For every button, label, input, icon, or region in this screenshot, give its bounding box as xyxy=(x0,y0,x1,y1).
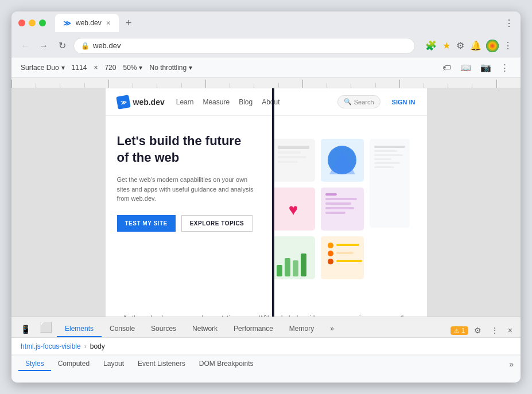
svg-rect-27 xyxy=(285,258,290,276)
active-tab[interactable]: ≫ web.dev × xyxy=(55,14,119,32)
webdev-header: ≫ web.dev Learn Measure Blog About 🔍 Sea… xyxy=(106,88,427,116)
hero-left: Let's build the future of the web Get th… xyxy=(117,133,266,284)
device-toolbar-menu-button[interactable]: ⋮ xyxy=(498,61,511,74)
settings-button[interactable]: ⚙ xyxy=(455,39,465,52)
ruler-mark xyxy=(181,83,205,88)
bookmark-button[interactable]: ★ xyxy=(441,39,452,52)
ruler-mark xyxy=(108,80,133,88)
ruler-mark xyxy=(399,80,424,88)
device-selector[interactable]: Surface Duo ▾ xyxy=(21,64,65,72)
svg-rect-11 xyxy=(374,150,397,152)
hero-subtitle: Get the web's modern capabilities on you… xyxy=(117,175,255,204)
webdev-logo: ≫ web.dev xyxy=(117,96,165,108)
ruler-mark xyxy=(157,83,181,88)
svg-rect-20 xyxy=(325,198,357,200)
tab-more[interactable]: » xyxy=(322,321,342,337)
url-bar[interactable]: 🔒 web.dev xyxy=(73,38,415,54)
tab-close-icon[interactable]: × xyxy=(106,18,111,28)
tab-console[interactable]: Console xyxy=(102,321,143,337)
svg-rect-25 xyxy=(321,236,364,279)
nav-about[interactable]: About xyxy=(262,98,279,106)
avatar[interactable] xyxy=(486,40,499,52)
ruler-mark xyxy=(254,83,278,88)
svg-rect-23 xyxy=(325,212,345,214)
svg-rect-19 xyxy=(325,193,337,196)
breadcrumb-separator: › xyxy=(84,342,87,350)
nav-learn[interactable]: Learn xyxy=(176,98,194,106)
ruler-mark xyxy=(448,83,472,88)
test-my-site-button[interactable]: TEST MY SITE xyxy=(117,215,176,232)
tab-memory[interactable]: Memory xyxy=(281,321,322,337)
zoom-selector[interactable]: 50% ▾ xyxy=(123,64,142,72)
tag-icon-button[interactable]: 🏷 xyxy=(440,61,453,73)
devtools-right-buttons: ⚠ 1 ⚙ ⋮ × xyxy=(451,323,516,337)
close-button[interactable] xyxy=(18,19,25,26)
warning-badge[interactable]: ⚠ 1 xyxy=(451,326,468,335)
ruler-mark xyxy=(302,80,327,88)
svg-rect-6 xyxy=(278,156,306,158)
svg-point-34 xyxy=(328,259,333,264)
ruler-mark xyxy=(133,83,157,88)
breadcrumb-html[interactable]: html.js-focus-visible xyxy=(18,342,83,350)
devtools-more-button[interactable]: ⋮ xyxy=(487,323,502,337)
svg-rect-3 xyxy=(370,139,410,228)
styles-tab-styles[interactable]: Styles xyxy=(18,357,51,371)
svg-rect-35 xyxy=(336,260,362,262)
signin-button[interactable]: SIGN IN xyxy=(392,99,415,106)
new-tab-button[interactable]: + xyxy=(121,15,137,32)
extensions-button[interactable]: 🧩 xyxy=(424,39,438,52)
screenshot-icon-button[interactable]: 📷 xyxy=(478,61,494,74)
styles-panel-tabs: Styles Computed Layout Event Listeners D… xyxy=(11,355,521,372)
back-button[interactable]: ← xyxy=(18,41,32,51)
styles-tab-dom-breakpoints[interactable]: DOM Breakpoints xyxy=(192,357,261,371)
throttle-selector[interactable]: No throttling ▾ xyxy=(149,64,192,72)
throttle-label: No throttling xyxy=(149,64,187,72)
forward-button[interactable]: → xyxy=(37,41,51,51)
hero-buttons: TEST MY SITE EXPLORE TOPICS xyxy=(117,215,255,232)
svg-rect-21 xyxy=(325,202,351,205)
logo-text: web.dev xyxy=(133,97,165,107)
bell-button[interactable]: 🔔 xyxy=(469,39,483,52)
ruler-mark xyxy=(11,80,36,88)
tab-performance[interactable]: Performance xyxy=(226,321,281,337)
devtools-responsive-icon[interactable]: 📱 xyxy=(16,321,35,337)
search-icon: 🔍 xyxy=(344,98,352,106)
tab-elements[interactable]: Elements xyxy=(57,321,102,337)
styles-tab-layout[interactable]: Layout xyxy=(96,357,131,371)
breadcrumb-body[interactable]: body xyxy=(88,342,107,350)
chrome-options-button[interactable]: ⋮ xyxy=(502,39,514,52)
svg-rect-14 xyxy=(374,162,400,164)
ruler-mark xyxy=(327,83,351,88)
tab-sources[interactable]: Sources xyxy=(143,321,184,337)
maximize-button[interactable] xyxy=(39,19,46,26)
tab-favicon: ≫ xyxy=(63,19,71,28)
book-icon-button[interactable]: 📖 xyxy=(458,61,473,74)
tab-network[interactable]: Network xyxy=(184,321,226,337)
minimize-button[interactable] xyxy=(29,19,36,26)
webdev-search[interactable]: 🔍 Search xyxy=(337,95,380,108)
refresh-button[interactable]: ↻ xyxy=(55,40,69,51)
ruler-mark xyxy=(424,83,448,88)
explore-topics-button[interactable]: EXPLORE TOPICS xyxy=(181,215,253,232)
ruler-mark xyxy=(496,80,521,88)
url-text: web.dev xyxy=(93,41,407,50)
nav-measure[interactable]: Measure xyxy=(203,98,230,106)
nav-blog[interactable]: Blog xyxy=(239,98,253,106)
ruler-mark xyxy=(472,83,496,88)
svg-rect-7 xyxy=(278,161,298,163)
tab-bar: ≫ web.dev × + xyxy=(55,14,500,32)
zoom-dropdown-icon: ▾ xyxy=(139,64,142,72)
svg-rect-29 xyxy=(301,253,306,276)
devtools-close-button[interactable]: × xyxy=(504,323,516,337)
devtools-settings-button[interactable]: ⚙ xyxy=(471,323,485,337)
warning-count: 1 xyxy=(461,327,465,334)
webdev-nav: Learn Measure Blog About xyxy=(176,98,326,106)
styles-tab-event-listeners[interactable]: Event Listeners xyxy=(131,357,192,371)
content-area: ≫ web.dev Learn Measure Blog About 🔍 Sea… xyxy=(11,88,521,317)
devtools-elements-icon[interactable]: ⬜ xyxy=(35,318,57,337)
chrome-menu-button[interactable]: ⋮ xyxy=(504,18,514,29)
dimension-x: × xyxy=(94,64,98,72)
styles-tab-more[interactable]: » xyxy=(509,360,514,369)
styles-tab-computed[interactable]: Computed xyxy=(51,357,96,371)
device-dropdown-icon: ▾ xyxy=(61,64,65,72)
